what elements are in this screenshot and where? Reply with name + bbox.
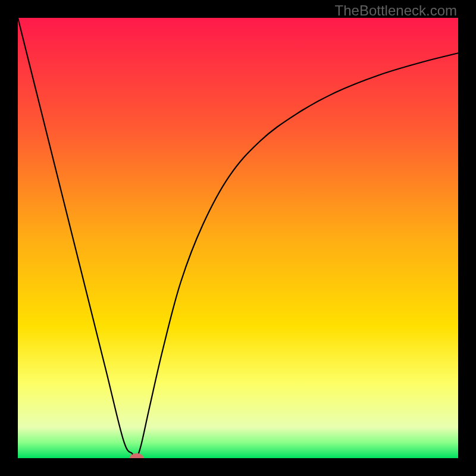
gradient-background <box>18 18 458 458</box>
plot-area <box>18 18 458 458</box>
chart-stage: TheBottleneck.com <box>0 0 476 476</box>
watermark-text: TheBottleneck.com <box>335 2 457 19</box>
chart-svg <box>18 18 458 458</box>
